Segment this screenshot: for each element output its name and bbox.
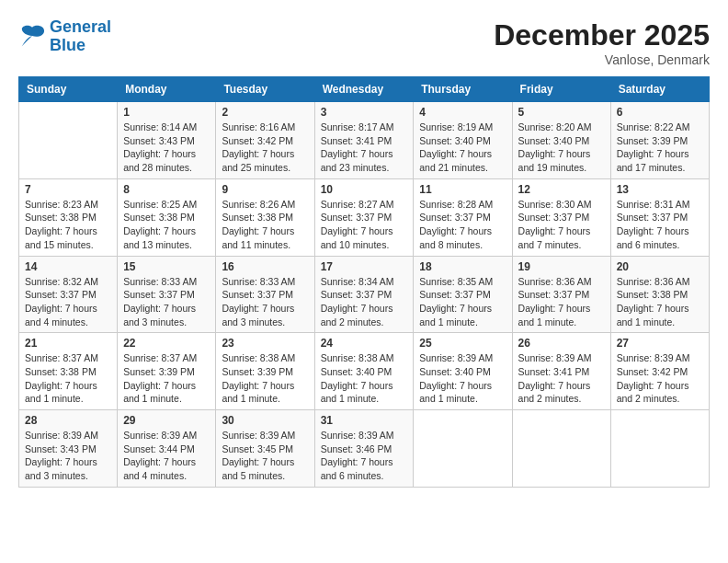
- day-info: Sunrise: 8:27 AM Sunset: 3:37 PM Dayligh…: [321, 198, 408, 252]
- weekday-header: Thursday: [414, 77, 512, 102]
- day-number: 3: [321, 106, 408, 119]
- day-info: Sunrise: 8:16 AM Sunset: 3:42 PM Dayligh…: [222, 121, 308, 175]
- day-number: 19: [518, 260, 605, 273]
- calendar-cell: 23Sunrise: 8:38 AM Sunset: 3:39 PM Dayli…: [216, 333, 314, 410]
- day-info: Sunrise: 8:39 AM Sunset: 3:41 PM Dayligh…: [518, 351, 605, 406]
- day-number: 2: [222, 106, 308, 119]
- weekday-header: Wednesday: [314, 77, 414, 102]
- page-header: General Blue December 2025 Vanlose, Denm…: [18, 18, 710, 67]
- day-info: Sunrise: 8:33 AM Sunset: 3:37 PM Dayligh…: [222, 275, 308, 329]
- day-info: Sunrise: 8:39 AM Sunset: 3:40 PM Dayligh…: [419, 351, 506, 406]
- calendar-cell: 10Sunrise: 8:27 AM Sunset: 3:37 PM Dayli…: [314, 178, 414, 256]
- day-number: 11: [419, 183, 506, 196]
- calendar-cell: 21Sunrise: 8:37 AM Sunset: 3:38 PM Dayli…: [19, 333, 118, 410]
- day-number: 16: [222, 260, 308, 273]
- logo: General Blue: [18, 18, 111, 55]
- day-number: 10: [321, 183, 408, 196]
- day-number: 4: [419, 106, 506, 119]
- calendar-cell: 17Sunrise: 8:34 AM Sunset: 3:37 PM Dayli…: [314, 256, 414, 333]
- day-info: Sunrise: 8:39 AM Sunset: 3:43 PM Dayligh…: [25, 429, 111, 483]
- day-info: Sunrise: 8:25 AM Sunset: 3:38 PM Dayligh…: [123, 198, 210, 252]
- weekday-header: Tuesday: [216, 77, 314, 102]
- day-info: Sunrise: 8:20 AM Sunset: 3:40 PM Dayligh…: [518, 121, 605, 175]
- calendar-cell: 12Sunrise: 8:30 AM Sunset: 3:37 PM Dayli…: [512, 178, 610, 256]
- calendar-cell: 4Sunrise: 8:19 AM Sunset: 3:40 PM Daylig…: [414, 102, 512, 179]
- day-info: Sunrise: 8:34 AM Sunset: 3:37 PM Dayligh…: [321, 275, 408, 329]
- title-block: December 2025 Vanlose, Denmark: [494, 18, 710, 67]
- calendar-cell: 30Sunrise: 8:39 AM Sunset: 3:45 PM Dayli…: [216, 410, 314, 488]
- calendar-cell: 8Sunrise: 8:25 AM Sunset: 3:38 PM Daylig…: [118, 178, 216, 256]
- calendar-cell: 16Sunrise: 8:33 AM Sunset: 3:37 PM Dayli…: [216, 256, 314, 333]
- calendar-cell: 19Sunrise: 8:36 AM Sunset: 3:37 PM Dayli…: [512, 256, 610, 333]
- calendar-week-row: 21Sunrise: 8:37 AM Sunset: 3:38 PM Dayli…: [19, 333, 710, 410]
- calendar-week-row: 7Sunrise: 8:23 AM Sunset: 3:38 PM Daylig…: [19, 178, 710, 256]
- day-number: 30: [222, 414, 308, 427]
- calendar-cell: [610, 410, 709, 488]
- calendar-cell: 29Sunrise: 8:39 AM Sunset: 3:44 PM Dayli…: [118, 410, 216, 488]
- calendar-table: SundayMondayTuesdayWednesdayThursdayFrid…: [18, 76, 710, 488]
- calendar-cell: [512, 410, 610, 488]
- day-info: Sunrise: 8:28 AM Sunset: 3:37 PM Dayligh…: [419, 198, 506, 252]
- day-number: 29: [123, 414, 210, 427]
- calendar-cell: 9Sunrise: 8:26 AM Sunset: 3:38 PM Daylig…: [216, 178, 314, 256]
- day-number: 15: [123, 260, 210, 273]
- day-info: Sunrise: 8:31 AM Sunset: 3:37 PM Dayligh…: [617, 198, 703, 252]
- day-info: Sunrise: 8:35 AM Sunset: 3:37 PM Dayligh…: [419, 275, 506, 329]
- day-info: Sunrise: 8:38 AM Sunset: 3:39 PM Dayligh…: [222, 351, 308, 406]
- calendar-cell: 7Sunrise: 8:23 AM Sunset: 3:38 PM Daylig…: [19, 178, 118, 256]
- day-number: 9: [222, 183, 308, 196]
- day-info: Sunrise: 8:17 AM Sunset: 3:41 PM Dayligh…: [321, 121, 408, 175]
- day-info: Sunrise: 8:19 AM Sunset: 3:40 PM Dayligh…: [419, 121, 506, 175]
- calendar-cell: 28Sunrise: 8:39 AM Sunset: 3:43 PM Dayli…: [19, 410, 118, 488]
- logo-text: General Blue: [50, 18, 111, 55]
- day-number: 26: [518, 337, 605, 350]
- month-title: December 2025: [494, 18, 710, 52]
- calendar-cell: 18Sunrise: 8:35 AM Sunset: 3:37 PM Dayli…: [414, 256, 512, 333]
- day-number: 12: [518, 183, 605, 196]
- day-number: 14: [25, 260, 111, 273]
- day-number: 13: [617, 183, 703, 196]
- day-number: 22: [123, 337, 210, 350]
- day-info: Sunrise: 8:39 AM Sunset: 3:44 PM Dayligh…: [123, 429, 210, 483]
- weekday-header: Sunday: [19, 77, 118, 102]
- day-info: Sunrise: 8:36 AM Sunset: 3:37 PM Dayligh…: [518, 275, 605, 329]
- day-number: 17: [321, 260, 408, 273]
- calendar-cell: 6Sunrise: 8:22 AM Sunset: 3:39 PM Daylig…: [610, 102, 709, 179]
- day-number: 24: [321, 337, 408, 350]
- weekday-header: Saturday: [610, 77, 709, 102]
- logo-icon: [18, 24, 46, 50]
- day-info: Sunrise: 8:14 AM Sunset: 3:43 PM Dayligh…: [123, 121, 210, 175]
- day-number: 5: [518, 106, 605, 119]
- day-info: Sunrise: 8:37 AM Sunset: 3:38 PM Dayligh…: [25, 351, 111, 406]
- calendar-cell: 13Sunrise: 8:31 AM Sunset: 3:37 PM Dayli…: [610, 178, 709, 256]
- calendar-cell: 15Sunrise: 8:33 AM Sunset: 3:37 PM Dayli…: [118, 256, 216, 333]
- day-number: 1: [123, 106, 210, 119]
- day-number: 23: [222, 337, 308, 350]
- day-number: 28: [25, 414, 111, 427]
- location: Vanlose, Denmark: [494, 52, 710, 67]
- day-number: 7: [25, 183, 111, 196]
- calendar-cell: 20Sunrise: 8:36 AM Sunset: 3:38 PM Dayli…: [610, 256, 709, 333]
- day-info: Sunrise: 8:26 AM Sunset: 3:38 PM Dayligh…: [222, 198, 308, 252]
- calendar-cell: 14Sunrise: 8:32 AM Sunset: 3:37 PM Dayli…: [19, 256, 118, 333]
- calendar-cell: 25Sunrise: 8:39 AM Sunset: 3:40 PM Dayli…: [414, 333, 512, 410]
- day-number: 31: [321, 414, 408, 427]
- calendar-cell: 27Sunrise: 8:39 AM Sunset: 3:42 PM Dayli…: [610, 333, 709, 410]
- day-number: 8: [123, 183, 210, 196]
- day-number: 25: [419, 337, 506, 350]
- day-info: Sunrise: 8:38 AM Sunset: 3:40 PM Dayligh…: [321, 351, 408, 406]
- day-info: Sunrise: 8:39 AM Sunset: 3:46 PM Dayligh…: [321, 429, 408, 483]
- calendar-header-row: SundayMondayTuesdayWednesdayThursdayFrid…: [19, 77, 710, 102]
- calendar-cell: 22Sunrise: 8:37 AM Sunset: 3:39 PM Dayli…: [118, 333, 216, 410]
- calendar-cell: 5Sunrise: 8:20 AM Sunset: 3:40 PM Daylig…: [512, 102, 610, 179]
- day-info: Sunrise: 8:23 AM Sunset: 3:38 PM Dayligh…: [25, 198, 111, 252]
- day-info: Sunrise: 8:30 AM Sunset: 3:37 PM Dayligh…: [518, 198, 605, 252]
- calendar-cell: 11Sunrise: 8:28 AM Sunset: 3:37 PM Dayli…: [414, 178, 512, 256]
- calendar-cell: 24Sunrise: 8:38 AM Sunset: 3:40 PM Dayli…: [314, 333, 414, 410]
- day-info: Sunrise: 8:32 AM Sunset: 3:37 PM Dayligh…: [25, 275, 111, 329]
- calendar-cell: 26Sunrise: 8:39 AM Sunset: 3:41 PM Dayli…: [512, 333, 610, 410]
- weekday-header: Friday: [512, 77, 610, 102]
- day-info: Sunrise: 8:36 AM Sunset: 3:38 PM Dayligh…: [617, 275, 703, 329]
- day-number: 6: [617, 106, 703, 119]
- weekday-header: Monday: [118, 77, 216, 102]
